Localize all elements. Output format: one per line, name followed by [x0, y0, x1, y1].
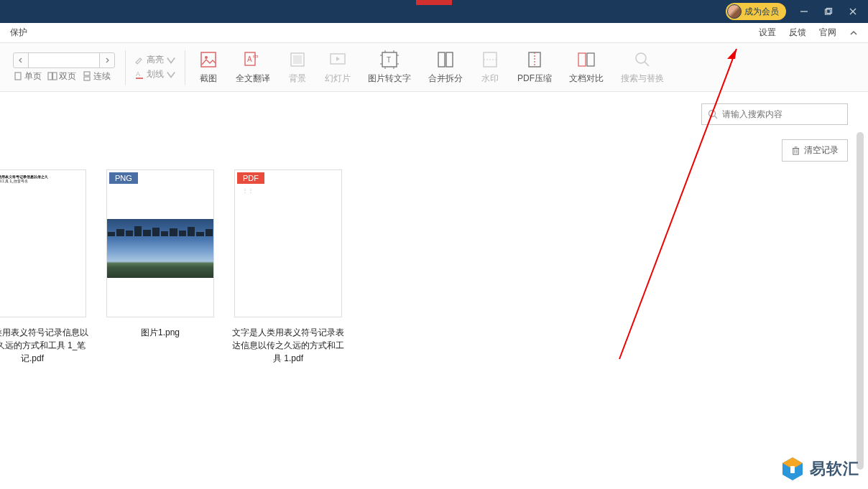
file-type-badge: PDF: [237, 172, 264, 184]
vertical-scrollbar[interactable]: [857, 132, 864, 470]
svg-text:A: A: [247, 55, 252, 63]
watermark-text: 易软汇: [810, 458, 859, 480]
minimize-button[interactable]: [792, 1, 816, 22]
page-number-input[interactable]: [28, 53, 100, 67]
search-replace-button[interactable]: 搜索与替换: [612, 47, 673, 88]
page-navigator: [13, 52, 115, 68]
member-label: 成为会员: [744, 6, 779, 18]
svg-rect-18: [293, 55, 302, 64]
file-thumbnail: F 文字是人类用表义符号记录信息以传之久 远的方式和工具 1_往昔号名: [0, 169, 86, 317]
menu-bar: 保护 设置 反馈 官网: [0, 23, 868, 43]
ocr-icon: T: [379, 50, 400, 70]
svg-rect-24: [446, 52, 453, 67]
file-card[interactable]: PDF ⋮⋮ 文字是人类用表义符号记录表达信息以传之久远的方式和工具 1.pdf: [234, 169, 342, 365]
watermark-icon: [480, 50, 500, 70]
svg-rect-12: [201, 52, 216, 67]
background-icon: [287, 50, 308, 70]
maximize-button[interactable]: [816, 1, 841, 22]
svg-rect-30: [587, 53, 594, 66]
search-box[interactable]: [701, 103, 848, 125]
screenshot-icon: [198, 50, 218, 70]
pdf-compress-button[interactable]: PDF压缩: [509, 47, 560, 88]
compress-icon: [525, 50, 545, 70]
menu-protect[interactable]: 保护: [10, 27, 27, 39]
avatar: [727, 4, 742, 19]
merge-split-icon: [435, 50, 456, 70]
search-icon: [708, 109, 718, 119]
toolbar-ribbon: 单页 双页 连续 高亮 A 划线 截图 A中: [0, 43, 868, 92]
svg-line-34: [715, 116, 718, 119]
background-button[interactable]: 背景: [279, 47, 316, 88]
watermark-button[interactable]: 水印: [471, 47, 509, 88]
svg-text:T: T: [387, 56, 391, 64]
view-continuous[interactable]: 连续: [82, 70, 111, 83]
img-to-text-button[interactable]: T 图片转文字: [359, 47, 420, 88]
svg-rect-7: [53, 73, 57, 80]
collapse-ribbon-button[interactable]: [849, 29, 858, 37]
file-type-badge: PNG: [109, 172, 138, 184]
file-thumbnail: PDF ⋮⋮: [234, 169, 342, 317]
screenshot-button[interactable]: 截图: [190, 47, 227, 88]
member-badge[interactable]: 成为会员: [726, 3, 786, 20]
slideshow-icon: [328, 50, 348, 70]
menu-feedback[interactable]: 反馈: [789, 27, 806, 39]
svg-rect-42: [790, 466, 795, 473]
clear-records-button[interactable]: 清空记录: [782, 139, 848, 162]
svg-text:A: A: [136, 70, 140, 78]
svg-text:中: 中: [253, 54, 259, 60]
svg-rect-5: [15, 73, 21, 80]
doc-compare-button[interactable]: 文档对比: [560, 47, 612, 88]
svg-rect-35: [793, 149, 798, 154]
file-grid: F 文字是人类用表义符号记录信息以传之久 远的方式和工具 1_往昔号名 是人类用…: [0, 92, 342, 365]
close-button[interactable]: [841, 1, 865, 22]
file-name: 文字是人类用表义符号记录表达信息以传之久远的方式和工具 1.pdf: [231, 326, 346, 365]
scrollbar-thumb[interactable]: [857, 132, 864, 470]
file-name: 是人类用表义符号记录信息以传之久远的方式和工具 1_笔记.pdf: [0, 326, 90, 365]
menu-official[interactable]: 官网: [819, 27, 836, 39]
content-area: 清空记录 F 文字是人类用表义符号记录信息以传之久 远的方式和工具 1_往昔号名…: [0, 92, 868, 489]
underline-button[interactable]: A 划线: [134, 68, 176, 80]
logo-icon: [780, 456, 805, 482]
svg-point-13: [205, 56, 208, 59]
watermark-logo: 易软汇: [780, 456, 859, 482]
menu-settings[interactable]: 设置: [759, 27, 776, 39]
svg-point-31: [636, 53, 646, 63]
file-card[interactable]: PNG 图片1.png: [106, 169, 214, 365]
merge-split-button[interactable]: 合并拆分: [420, 47, 471, 88]
file-name: 图片1.png: [103, 326, 218, 339]
compare-icon: [576, 50, 596, 70]
search-input[interactable]: [722, 109, 841, 119]
highlight-button[interactable]: 高亮: [134, 54, 176, 66]
svg-rect-9: [84, 77, 90, 80]
svg-rect-23: [438, 52, 445, 67]
translate-icon: A中: [243, 50, 263, 70]
svg-marker-20: [336, 57, 340, 61]
view-single-page[interactable]: 单页: [13, 70, 42, 83]
svg-rect-29: [578, 53, 586, 66]
next-page-button[interactable]: [100, 57, 114, 64]
prev-page-button[interactable]: [14, 57, 28, 64]
file-card[interactable]: F 文字是人类用表义符号记录信息以传之久 远的方式和工具 1_往昔号名 是人类用…: [0, 169, 86, 365]
file-thumbnail: PNG: [106, 169, 214, 317]
svg-rect-6: [48, 73, 52, 80]
title-bar: 成为会员: [0, 0, 868, 23]
active-tab-indicator: [416, 0, 452, 5]
svg-point-33: [709, 111, 716, 117]
slideshow-button[interactable]: 幻灯片: [316, 47, 359, 88]
svg-rect-8: [84, 72, 90, 75]
trash-icon: [791, 146, 800, 155]
search-icon: [632, 50, 652, 70]
full-translate-button[interactable]: A中 全文翻译: [227, 47, 279, 88]
view-double-page[interactable]: 双页: [47, 70, 76, 83]
svg-line-32: [645, 62, 649, 66]
